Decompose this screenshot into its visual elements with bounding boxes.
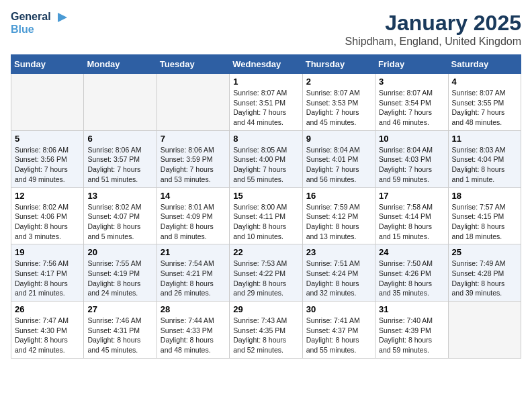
- calendar-week-row: 19Sunrise: 7:56 AM Sunset: 4:17 PM Dayli…: [11, 244, 521, 302]
- day-number: 1: [233, 77, 298, 87]
- calendar-cell: 11Sunrise: 8:03 AM Sunset: 4:04 PM Dayli…: [448, 130, 521, 187]
- calendar-cell: 31Sunrise: 7:40 AM Sunset: 4:39 PM Dayli…: [375, 302, 448, 359]
- day-number: 8: [233, 134, 298, 144]
- page-header: General Blue January 2025 Shipdham, Engl…: [11, 11, 521, 48]
- title-block: January 2025 Shipdham, England, United K…: [345, 11, 521, 48]
- calendar-table: SundayMondayTuesdayWednesdayThursdayFrid…: [11, 54, 521, 359]
- calendar-week-row: 1Sunrise: 8:07 AM Sunset: 3:51 PM Daylig…: [11, 74, 521, 131]
- cell-info: Sunrise: 8:02 AM Sunset: 4:06 PM Dayligh…: [15, 202, 80, 242]
- weekday-header: Sunday: [11, 55, 84, 74]
- calendar-cell: 15Sunrise: 8:00 AM Sunset: 4:11 PM Dayli…: [230, 187, 302, 244]
- weekday-header: Friday: [375, 55, 448, 74]
- cell-info: Sunrise: 8:04 AM Sunset: 4:03 PM Dayligh…: [379, 145, 444, 185]
- day-number: 25: [452, 247, 517, 257]
- cell-info: Sunrise: 7:54 AM Sunset: 4:21 PM Dayligh…: [161, 259, 226, 298]
- day-number: 11: [452, 134, 517, 144]
- cell-info: Sunrise: 7:55 AM Sunset: 4:19 PM Dayligh…: [87, 259, 152, 298]
- day-number: 21: [161, 247, 226, 257]
- calendar-cell: 7Sunrise: 8:06 AM Sunset: 3:59 PM Daylig…: [157, 130, 229, 187]
- calendar-week-row: 12Sunrise: 8:02 AM Sunset: 4:06 PM Dayli…: [11, 187, 521, 244]
- calendar-cell: 9Sunrise: 8:04 AM Sunset: 4:01 PM Daylig…: [302, 130, 375, 187]
- logo-arrow-icon: [55, 11, 67, 24]
- cell-info: Sunrise: 8:01 AM Sunset: 4:09 PM Dayligh…: [161, 202, 226, 242]
- cell-info: Sunrise: 7:57 AM Sunset: 4:15 PM Dayligh…: [452, 202, 517, 242]
- day-number: 18: [452, 191, 517, 201]
- calendar-cell: 22Sunrise: 7:53 AM Sunset: 4:22 PM Dayli…: [230, 244, 302, 302]
- cell-info: Sunrise: 8:03 AM Sunset: 4:04 PM Dayligh…: [452, 145, 517, 185]
- cell-info: Sunrise: 7:49 AM Sunset: 4:28 PM Dayligh…: [452, 259, 517, 298]
- calendar-cell: [84, 74, 157, 131]
- svg-marker-0: [58, 13, 67, 22]
- day-number: 28: [161, 304, 226, 314]
- day-number: 30: [306, 304, 371, 314]
- weekday-header-row: SundayMondayTuesdayWednesdayThursdayFrid…: [11, 55, 521, 74]
- day-number: 10: [379, 134, 444, 144]
- day-number: 4: [452, 77, 517, 87]
- day-number: 24: [379, 247, 444, 257]
- day-number: 20: [87, 247, 152, 257]
- logo: General Blue: [11, 11, 67, 35]
- cell-info: Sunrise: 8:06 AM Sunset: 3:59 PM Dayligh…: [161, 145, 226, 185]
- cell-info: Sunrise: 7:50 AM Sunset: 4:26 PM Dayligh…: [379, 259, 444, 298]
- day-number: 16: [306, 191, 371, 201]
- cell-info: Sunrise: 7:44 AM Sunset: 4:33 PM Dayligh…: [161, 316, 226, 355]
- cell-info: Sunrise: 7:40 AM Sunset: 4:39 PM Dayligh…: [379, 316, 444, 355]
- day-number: 2: [306, 77, 371, 87]
- weekday-header: Wednesday: [230, 55, 302, 74]
- calendar-cell: 20Sunrise: 7:55 AM Sunset: 4:19 PM Dayli…: [84, 244, 157, 302]
- calendar-cell: [448, 302, 521, 359]
- day-number: 6: [87, 134, 152, 144]
- cell-info: Sunrise: 7:47 AM Sunset: 4:30 PM Dayligh…: [15, 316, 80, 355]
- day-number: 23: [306, 247, 371, 257]
- day-number: 22: [233, 247, 298, 257]
- cell-info: Sunrise: 8:07 AM Sunset: 3:51 PM Dayligh…: [233, 88, 298, 128]
- day-number: 17: [379, 191, 444, 201]
- cell-info: Sunrise: 8:07 AM Sunset: 3:55 PM Dayligh…: [452, 88, 517, 128]
- calendar-cell: 5Sunrise: 8:06 AM Sunset: 3:56 PM Daylig…: [11, 130, 84, 187]
- day-number: 3: [379, 77, 444, 87]
- day-number: 7: [161, 134, 226, 144]
- cell-info: Sunrise: 7:56 AM Sunset: 4:17 PM Dayligh…: [15, 259, 80, 298]
- day-number: 15: [233, 191, 298, 201]
- calendar-cell: 1Sunrise: 8:07 AM Sunset: 3:51 PM Daylig…: [230, 74, 302, 131]
- calendar-cell: 26Sunrise: 7:47 AM Sunset: 4:30 PM Dayli…: [11, 302, 84, 359]
- calendar-week-row: 5Sunrise: 8:06 AM Sunset: 3:56 PM Daylig…: [11, 130, 521, 187]
- cell-info: Sunrise: 8:00 AM Sunset: 4:11 PM Dayligh…: [233, 202, 298, 242]
- cell-info: Sunrise: 7:43 AM Sunset: 4:35 PM Dayligh…: [233, 316, 298, 355]
- cell-info: Sunrise: 7:53 AM Sunset: 4:22 PM Dayligh…: [233, 259, 298, 298]
- day-number: 19: [15, 247, 80, 257]
- calendar-cell: 3Sunrise: 8:07 AM Sunset: 3:54 PM Daylig…: [375, 74, 448, 131]
- day-number: 13: [87, 191, 152, 201]
- calendar-cell: [157, 74, 229, 131]
- logo-general: General: [11, 11, 51, 22]
- cell-info: Sunrise: 8:04 AM Sunset: 4:01 PM Dayligh…: [306, 145, 371, 185]
- cell-info: Sunrise: 7:58 AM Sunset: 4:14 PM Dayligh…: [379, 202, 444, 242]
- calendar-cell: 2Sunrise: 8:07 AM Sunset: 3:53 PM Daylig…: [302, 74, 375, 131]
- calendar-week-row: 26Sunrise: 7:47 AM Sunset: 4:30 PM Dayli…: [11, 302, 521, 359]
- cell-info: Sunrise: 8:02 AM Sunset: 4:07 PM Dayligh…: [87, 202, 152, 242]
- calendar-cell: 8Sunrise: 8:05 AM Sunset: 4:00 PM Daylig…: [230, 130, 302, 187]
- calendar-cell: 30Sunrise: 7:41 AM Sunset: 4:37 PM Dayli…: [302, 302, 375, 359]
- calendar-subtitle: Shipdham, England, United Kingdom: [345, 36, 521, 48]
- calendar-cell: 19Sunrise: 7:56 AM Sunset: 4:17 PM Dayli…: [11, 244, 84, 302]
- calendar-cell: 25Sunrise: 7:49 AM Sunset: 4:28 PM Dayli…: [448, 244, 521, 302]
- cell-info: Sunrise: 8:07 AM Sunset: 3:54 PM Dayligh…: [379, 88, 444, 128]
- calendar-title: January 2025: [345, 11, 521, 36]
- calendar-cell: 27Sunrise: 7:46 AM Sunset: 4:31 PM Dayli…: [84, 302, 157, 359]
- day-number: 29: [233, 304, 298, 314]
- cell-info: Sunrise: 8:05 AM Sunset: 4:00 PM Dayligh…: [233, 145, 298, 185]
- day-number: 31: [379, 304, 444, 314]
- cell-info: Sunrise: 8:06 AM Sunset: 3:56 PM Dayligh…: [15, 145, 80, 185]
- day-number: 26: [15, 304, 80, 314]
- cell-info: Sunrise: 7:59 AM Sunset: 4:12 PM Dayligh…: [306, 202, 371, 242]
- calendar-cell: 10Sunrise: 8:04 AM Sunset: 4:03 PM Dayli…: [375, 130, 448, 187]
- calendar-cell: 14Sunrise: 8:01 AM Sunset: 4:09 PM Dayli…: [157, 187, 229, 244]
- calendar-cell: 18Sunrise: 7:57 AM Sunset: 4:15 PM Dayli…: [448, 187, 521, 244]
- calendar-cell: 13Sunrise: 8:02 AM Sunset: 4:07 PM Dayli…: [84, 187, 157, 244]
- calendar-cell: 16Sunrise: 7:59 AM Sunset: 4:12 PM Dayli…: [302, 187, 375, 244]
- cell-info: Sunrise: 7:41 AM Sunset: 4:37 PM Dayligh…: [306, 316, 371, 355]
- logo-text-block: General Blue: [11, 11, 67, 35]
- cell-info: Sunrise: 7:46 AM Sunset: 4:31 PM Dayligh…: [87, 316, 152, 355]
- calendar-cell: 6Sunrise: 8:06 AM Sunset: 3:57 PM Daylig…: [84, 130, 157, 187]
- calendar-cell: [11, 74, 84, 131]
